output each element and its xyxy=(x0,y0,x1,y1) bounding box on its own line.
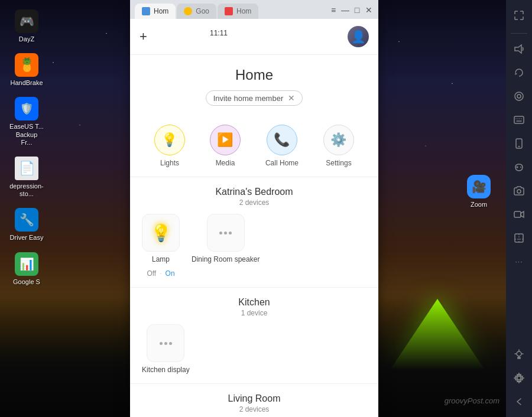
tab-google[interactable]: Goo xyxy=(177,4,216,19)
phone-icon xyxy=(515,138,523,149)
desktop-icon-google-s-label: Google S xyxy=(13,278,40,286)
desktop-icon-driver-easy[interactable]: 🔧 Driver Easy xyxy=(6,204,47,245)
lights-label: Lights xyxy=(160,159,179,167)
lamp-name: Lamp xyxy=(152,255,170,263)
bluestacks-sidebar: ··· xyxy=(506,0,532,417)
device-kitchen-display[interactable]: Kitchen display xyxy=(142,324,190,374)
lamp-status-off[interactable]: Off xyxy=(147,269,156,278)
video-icon xyxy=(514,210,524,219)
tab-home2[interactable]: Hom xyxy=(218,4,258,19)
home-title: Home xyxy=(130,55,378,90)
kitchen-devices: Kitchen display xyxy=(142,324,366,374)
call-icon-wrap: 📞 xyxy=(267,125,297,155)
svg-point-17 xyxy=(517,190,521,193)
bs-video-button[interactable] xyxy=(508,204,530,225)
bs-screenshot-button[interactable] xyxy=(508,86,530,107)
close-button[interactable]: ✕ xyxy=(364,5,374,15)
living-room-title: Living Room xyxy=(142,393,366,404)
svg-rect-19 xyxy=(515,234,523,242)
tab-home1[interactable]: Hom xyxy=(135,4,176,19)
katrinas-bedroom-devices: 💡 Lamp Off · On xyxy=(142,214,366,278)
speaker-dots xyxy=(219,232,232,234)
bs-gallery-button[interactable] xyxy=(508,227,530,249)
desktop-icons-left: 🎮 DayZ 🍍 HandBrake 🛡️ EaseUS T... Backup… xyxy=(0,0,53,417)
desktop-icon-depression[interactable]: 📄 depression-sto... xyxy=(6,153,47,201)
settings-icon-wrap: ⚙️ xyxy=(323,125,354,155)
kitchen-title: Kitchen xyxy=(142,297,366,308)
lamp-icon: 💡 xyxy=(151,223,171,243)
app-content: 11:11 + 👤 Home Invite home member ✕ xyxy=(130,19,378,417)
browser-window: Hom Goo Hom ≡ — □ ✕ 11:11 + xyxy=(130,0,378,417)
bs-phone-button[interactable] xyxy=(508,133,530,154)
bs-gamepads-button[interactable] xyxy=(508,157,530,178)
bs-volume-button[interactable] xyxy=(508,38,530,60)
desktop-icon-handbrake[interactable]: 🍍 HandBrake xyxy=(6,50,47,90)
screenshot-icon xyxy=(514,91,524,102)
bs-camera-button[interactable] xyxy=(508,180,530,201)
gallery-icon xyxy=(514,233,524,243)
svg-point-27 xyxy=(517,376,521,380)
desktop: 🎮 DayZ 🍍 HandBrake 🛡️ EaseUS T... Backup… xyxy=(0,0,532,417)
speaker-name: Dining Room speaker xyxy=(192,255,259,263)
lamp-status-row: Off · On xyxy=(147,269,174,278)
maximize-button[interactable]: □ xyxy=(352,5,362,15)
kitchen-display-dots xyxy=(160,342,172,345)
tab-bar: Hom Goo Hom ≡ — □ ✕ xyxy=(130,0,378,19)
desktop-icon-easeus[interactable]: 🛡️ EaseUS T... Backup Fr... xyxy=(6,93,47,150)
avatar[interactable]: 👤 xyxy=(348,26,369,47)
desktop-icon-zoom-label: Zoom xyxy=(471,201,487,209)
speaker-icon-wrap xyxy=(207,214,245,252)
device-dining-room-speaker[interactable]: Dining Room speaker xyxy=(192,214,259,278)
bs-back-button[interactable] xyxy=(508,391,530,412)
device-lamp[interactable]: 💡 Lamp Off · On xyxy=(142,214,180,278)
bs-light-button[interactable] xyxy=(508,344,530,365)
back-icon xyxy=(514,396,524,407)
lamp-icon-wrap: 💡 xyxy=(142,214,180,252)
katrinas-bedroom-count: 2 devices xyxy=(142,198,366,207)
svg-point-4 xyxy=(515,92,523,100)
room-katrinas-bedroom: Katrina's Bedroom 2 devices 💡 Lamp Off ·… xyxy=(130,177,378,288)
quick-actions: 💡 Lights ▶️ Media 📞 Call Home ⚙️ Setting… xyxy=(130,120,378,177)
lights-icon-wrap: 💡 xyxy=(154,125,185,155)
minimize-button[interactable]: — xyxy=(340,5,350,15)
invite-chip[interactable]: Invite home member ✕ xyxy=(206,90,303,106)
time-display: 11:11 xyxy=(210,29,228,37)
bs-rotate-button[interactable] xyxy=(508,62,530,83)
invite-area: Invite home member ✕ xyxy=(130,90,378,115)
desktop-icon-easeus-label: EaseUS T... Backup Fr... xyxy=(9,123,44,146)
svg-point-5 xyxy=(517,95,521,98)
quick-action-call-home[interactable]: 📞 Call Home xyxy=(265,125,299,167)
desktop-icon-google-s[interactable]: 📊 Google S xyxy=(6,249,47,289)
quick-action-lights[interactable]: 💡 Lights xyxy=(154,125,185,167)
kitchen-display-name: Kitchen display xyxy=(142,366,190,374)
bs-settings-button[interactable] xyxy=(508,367,530,389)
tab-home1-label: Hom xyxy=(154,7,168,15)
expand-icon xyxy=(514,10,524,21)
kitchen-display-icon-wrap xyxy=(147,324,184,362)
desktop-icon-dayz[interactable]: 🎮 DayZ xyxy=(6,6,47,47)
quick-action-settings[interactable]: ⚙️ Settings xyxy=(323,125,354,167)
menu-button[interactable]: ≡ xyxy=(329,5,338,15)
desktop-icon-zoom[interactable]: 🎥 Zoom xyxy=(458,171,499,212)
bs-expand-button[interactable] xyxy=(508,5,530,26)
room-living-room: Living Room 2 devices xyxy=(130,384,378,417)
quick-action-media[interactable]: ▶️ Media xyxy=(210,125,241,167)
watermark: groovyPost.com xyxy=(445,396,499,405)
bs-keyboard-button[interactable] xyxy=(508,109,530,131)
svg-rect-6 xyxy=(514,116,524,123)
add-button[interactable]: + xyxy=(140,29,147,44)
katrinas-bedroom-title: Katrina's Bedroom xyxy=(142,187,366,197)
svg-point-22 xyxy=(517,351,521,356)
desktop-icon-depression-label: depression-sto... xyxy=(9,183,44,198)
kitchen-count: 1 device xyxy=(142,309,366,317)
invite-chip-close[interactable]: ✕ xyxy=(288,93,295,103)
living-room-count: 2 devices xyxy=(142,405,366,413)
tab-google-label: Goo xyxy=(196,7,209,15)
rotate-icon xyxy=(514,67,524,78)
lamp-status-on[interactable]: On xyxy=(166,269,175,278)
media-icon-wrap: ▶️ xyxy=(210,125,241,155)
bs-more-button[interactable]: ··· xyxy=(508,251,530,272)
svg-point-16 xyxy=(520,167,521,168)
svg-rect-18 xyxy=(514,211,521,217)
room-kitchen: Kitchen 1 device Kitchen display xyxy=(130,288,378,384)
